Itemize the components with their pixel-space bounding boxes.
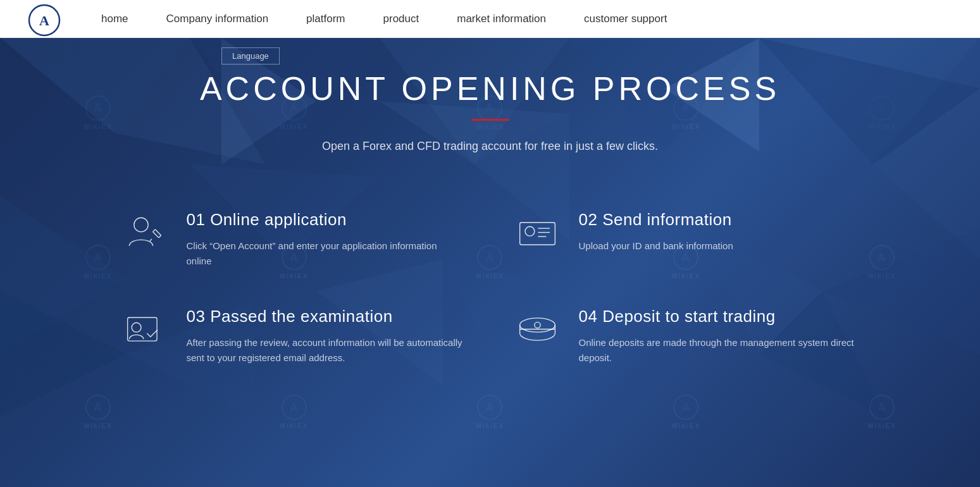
- nav-item-platform[interactable]: platform: [306, 13, 345, 25]
- hero-content: ACCOUNT OPENING PROCESS Open a Forex and…: [0, 38, 980, 385]
- step-4-icon: [516, 307, 560, 351]
- step-2-title: 02 Send information: [579, 210, 857, 230]
- nav-item-company-information[interactable]: Company information: [166, 13, 269, 25]
- svg-point-37: [520, 317, 555, 331]
- step-2: 02 Send information Upload your ID and b…: [490, 191, 883, 288]
- svg-point-24: [134, 218, 148, 231]
- svg-rect-30: [520, 222, 555, 244]
- hero-subtitle: Open a Forex and CFD trading account for…: [322, 140, 658, 153]
- svg-point-36: [132, 323, 141, 332]
- navbar: A home Company information platform prod…: [0, 0, 980, 38]
- step-4-content: 04 Deposit to start trading Online depos…: [579, 307, 857, 366]
- step-1-desc: Click “Open Account” and enter your appl…: [187, 238, 465, 269]
- step-1: 01 Online application Click “Open Accoun…: [98, 191, 490, 288]
- step-2-icon: [516, 210, 560, 254]
- step-2-content: 02 Send information Upload your ID and b…: [579, 210, 857, 254]
- svg-line-27: [153, 229, 156, 231]
- nav-item-market-information[interactable]: market information: [457, 13, 546, 25]
- step-2-desc: Upload your ID and bank information: [579, 238, 857, 254]
- step-1-title: 01 Online application: [187, 210, 465, 230]
- svg-line-26: [159, 235, 161, 238]
- step-1-icon: [123, 210, 168, 254]
- hero-section: AWikiEX AWikiEX AWikiEX AWikiEX AWikiEX …: [0, 38, 980, 487]
- nav-item-product[interactable]: product: [383, 13, 419, 25]
- svg-point-39: [535, 322, 540, 328]
- step-1-content: 01 Online application Click “Open Accoun…: [187, 210, 465, 269]
- step-3-desc: After passing the review, account inform…: [187, 335, 465, 366]
- nav-item-home[interactable]: home: [101, 13, 128, 25]
- step-4: 04 Deposit to start trading Online depos…: [490, 288, 883, 385]
- hero-title: ACCOUNT OPENING PROCESS: [200, 70, 780, 108]
- step-3-title: 03 Passed the examination: [187, 307, 465, 326]
- hero-divider: [471, 119, 509, 121]
- step-4-title: 04 Deposit to start trading: [579, 307, 857, 326]
- logo[interactable]: A: [25, 3, 63, 35]
- step-4-desc: Online deposits are made through the man…: [579, 335, 857, 366]
- nav-links: home Company information platform produc…: [101, 13, 955, 25]
- step-3-icon: [123, 307, 168, 351]
- svg-point-31: [525, 226, 535, 236]
- steps-grid: 01 Online application Click “Open Accoun…: [47, 191, 933, 385]
- step-3: 03 Passed the examination After passing …: [98, 288, 490, 385]
- svg-line-29: [150, 238, 152, 241]
- svg-text:A: A: [39, 13, 49, 28]
- nav-item-customer-support[interactable]: customer support: [584, 13, 667, 25]
- step-3-content: 03 Passed the examination After passing …: [187, 307, 465, 366]
